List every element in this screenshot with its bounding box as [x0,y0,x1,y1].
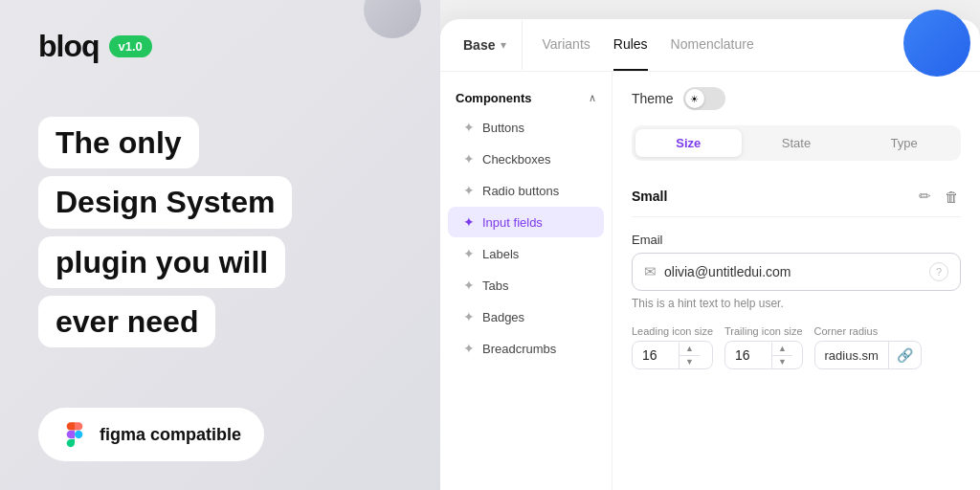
sidebar-item-input-fields[interactable]: ✦ Input fields [448,207,604,237]
spark-icon: ✦ [463,309,475,324]
leading-icon-size-input: 16 ▲ ▼ [632,341,713,369]
sidebar: Components ∧ ✦ Buttons ✦ Checkboxes ✦ Ra… [440,72,612,490]
blue-deco-circle [903,10,970,77]
theme-row: Theme ☀ [632,87,961,110]
panel-content: Components ∧ ✦ Buttons ✦ Checkboxes ✦ Ra… [440,72,980,490]
edit-rule-button[interactable]: ✏ [917,186,933,207]
hint-text: This is a hint text to help user. [632,297,961,310]
mail-icon: ✉ [644,263,657,280]
logo-area: bloq v1.0 [38,29,402,64]
trailing-icon-size-input: 16 ▲ ▼ [724,341,803,369]
headline-line-4: ever need [38,296,215,347]
delete-rule-button[interactable]: 🗑 [943,186,961,207]
main-content: Theme ☀ Size State Type Small ✏ 🗑 [612,72,980,490]
tab-variants[interactable]: Variants [542,19,590,71]
tab-size[interactable]: Size [635,129,742,157]
leading-icon-size-down[interactable]: ▼ [679,356,700,368]
corner-radius-label: Corner radius [814,325,922,337]
corner-radius-value: radius.sm [815,343,888,368]
sub-tabs: Size State Type [632,125,961,161]
sidebar-item-label: Input fields [482,215,543,230]
spark-icon: ✦ [463,151,475,167]
sidebar-item-checkboxes[interactable]: ✦ Checkboxes [448,144,604,174]
sidebar-item-label: Tabs [482,278,508,293]
section-chevron-icon: ∧ [589,92,596,104]
leading-icon-size-steppers: ▲ ▼ [679,343,700,368]
left-panel: bloq v1.0 The only Design System plugin … [0,0,440,490]
spark-icon: ✦ [463,183,475,198]
trailing-icon-size-steppers: ▲ ▼ [771,343,792,368]
headline: The only Design System plugin you will e… [38,74,402,398]
spark-icon: ✦ [463,214,475,230]
version-badge: v1.0 [109,35,152,57]
sidebar-item-label: Checkboxes [482,152,551,167]
spark-icon: ✦ [463,120,475,135]
logo-text: bloq [38,29,100,64]
rule-row: Small ✏ 🗑 [632,176,961,217]
trailing-icon-size-up[interactable]: ▲ [772,343,792,356]
sidebar-item-radio-buttons[interactable]: ✦ Radio buttons [448,175,604,206]
input-field-wrapper: ✉ olivia@untitledui.com ? [632,253,961,291]
spark-icon: ✦ [463,246,475,261]
sidebar-item-label: Breadcrumbs [482,342,556,356]
input-preview-section: Email ✉ olivia@untitledui.com ? This is … [632,233,961,310]
trailing-icon-size-label: Trailing icon size [724,325,803,337]
theme-label: Theme [632,91,674,106]
chevron-down-icon: ▾ [501,38,506,52]
corner-radius-input: radius.sm 🔗 [814,341,922,369]
leading-icon-size-up[interactable]: ▲ [679,343,700,356]
rule-name: Small [632,189,667,204]
help-icon: ? [929,262,948,281]
trailing-icon-size-down[interactable]: ▼ [772,356,792,368]
sidebar-item-tabs[interactable]: ✦ Tabs [448,270,604,301]
properties-row: Leading icon size 16 ▲ ▼ Trailing icon s… [632,325,961,369]
trailing-icon-size-value: 16 [725,342,771,368]
leading-icon-size-label: Leading icon size [632,325,713,337]
tab-state[interactable]: State [744,129,850,157]
headline-line-3: plugin you will [38,236,285,288]
tab-nomenclature[interactable]: Nomenclature [671,19,754,71]
toggle-knob: ☀ [685,89,704,108]
spark-icon: ✦ [463,278,475,293]
rule-actions: ✏ 🗑 [917,186,961,207]
input-value: olivia@untitledui.com [664,264,922,279]
panel-nav: Base ▾ Variants Rules Nomenclature [440,19,980,72]
sidebar-item-label: Buttons [482,121,524,135]
leading-icon-size-value: 16 [633,342,679,368]
headline-line-2: Design System [38,176,292,228]
trailing-icon-size-group: Trailing icon size 16 ▲ ▼ [724,325,803,369]
figma-icon [61,421,88,448]
sidebar-item-labels[interactable]: ✦ Labels [448,238,604,269]
theme-toggle[interactable]: ☀ [683,87,725,110]
sidebar-item-label: Badges [482,310,524,324]
tab-rules[interactable]: Rules [613,19,648,71]
components-label: Components [456,91,531,105]
sidebar-item-badges[interactable]: ✦ Badges [448,301,604,332]
components-section-header[interactable]: Components ∧ [440,85,612,111]
base-selector[interactable]: Base ▾ [463,20,523,70]
base-label: Base [463,37,495,53]
sidebar-item-breadcrumbs[interactable]: ✦ Breadcrumbs [448,333,604,364]
tab-type[interactable]: Type [851,129,957,157]
corner-radius-group: Corner radius radius.sm 🔗 [814,325,922,369]
sidebar-item-buttons[interactable]: ✦ Buttons [448,112,604,143]
spark-icon: ✦ [463,341,475,356]
nav-tabs: Variants Rules Nomenclature [542,19,753,71]
leading-icon-size-group: Leading icon size 16 ▲ ▼ [632,325,713,369]
sidebar-item-label: Labels [482,247,519,261]
figma-badge: figma compatible [38,408,264,461]
figma-compatible-label: figma compatible [100,425,241,445]
input-label: Email [632,233,961,247]
sidebar-item-label: Radio buttons [482,184,559,198]
headline-line-1: The only [38,117,199,168]
link-icon: 🔗 [888,342,921,368]
right-panel: Base ▾ Variants Rules Nomenclature Compo… [440,19,980,490]
